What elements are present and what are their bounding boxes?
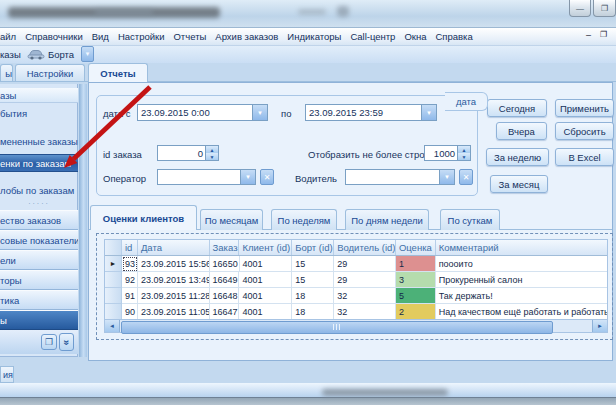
apply-button[interactable]: Применить	[555, 99, 614, 117]
window-restore-button[interactable]: ❐	[593, 0, 616, 17]
week-button[interactable]: За неделю	[486, 148, 549, 166]
menu-indicators[interactable]: Индикаторы	[287, 31, 341, 42]
tab-cut[interactable]: ы	[0, 64, 13, 81]
header-comment[interactable]: Комментарий	[436, 240, 607, 255]
nav-splitter-handle[interactable]: ·····	[0, 201, 78, 209]
cell-client: 4001	[240, 256, 293, 272]
cell-driver: 29	[334, 256, 396, 272]
window-minimize-button[interactable]: —	[569, 0, 591, 17]
nav-group-selected[interactable]: ы	[0, 310, 78, 330]
mdi-minimize-button[interactable]: –	[586, 30, 591, 40]
driver-dropdown-button[interactable]: ▼	[439, 170, 454, 184]
spin-up-icon[interactable]: ▲	[206, 146, 218, 153]
date-from-input[interactable]: 23.09.2015 0:00 ▼	[137, 104, 268, 121]
scroll-right-icon[interactable]: ►	[592, 320, 607, 332]
cell-client: 4001	[239, 288, 292, 304]
max-rows-input[interactable]: 1000 ▲ ▼	[424, 145, 471, 161]
vertical-splitter[interactable]	[79, 84, 87, 357]
header-date[interactable]: Дата	[138, 240, 210, 255]
scroll-left-icon[interactable]: ◄	[105, 320, 120, 332]
ratings-table: id Дата Заказ Клиент (id) Борт (id) Води…	[104, 239, 608, 320]
toolbar-boards-label[interactable]: Борта	[48, 49, 74, 60]
table-row[interactable]: 90 23.09.2015 11:05 16647 4001 18 32 2 Н…	[105, 304, 607, 320]
car-icon	[27, 49, 45, 60]
tab-reports[interactable]: Отчеты	[88, 63, 148, 82]
taskbar-edge	[0, 397, 616, 405]
mdi-restore-button[interactable]: ❐	[600, 30, 607, 39]
toolbar-dropdown-button[interactable]: ▼	[81, 46, 94, 62]
operator-dropdown-button[interactable]: ▼	[240, 170, 255, 184]
driver-combo[interactable]: ▼	[345, 169, 455, 185]
nav-group-statistics[interactable]: тика	[0, 290, 78, 310]
table-row[interactable]: 91 23.09.2015 11:28 16648 4001 18 32 5 Т…	[105, 288, 607, 304]
menu-order-archive[interactable]: Архив заказов	[215, 31, 278, 42]
header-rating[interactable]: Оценка	[396, 240, 436, 255]
cell-id: 93	[122, 256, 138, 272]
operator-combo[interactable]: ▼	[157, 169, 256, 185]
table-row[interactable]: ► 93 23.09.2015 15:56 16650 4001 15 29 1…	[105, 256, 607, 272]
row-selector	[105, 304, 122, 320]
header-client[interactable]: Клиент (id)	[239, 240, 292, 255]
date-group-tab[interactable]: дата	[445, 92, 488, 111]
header-id[interactable]: id	[122, 240, 138, 255]
table-row[interactable]: 92 23.09.2015 13:49 16649 4001 15 29 3 П…	[105, 272, 607, 288]
nav-layers-button[interactable]: ❐	[41, 334, 57, 350]
spin-down-icon[interactable]: ▼	[458, 153, 470, 160]
menu-reports[interactable]: Отчеты	[173, 31, 206, 42]
report-tab-by-weekday[interactable]: По дням недели	[345, 209, 429, 230]
excel-button[interactable]: В Excel	[555, 148, 614, 166]
date-from-dropdown-button[interactable]: ▼	[252, 105, 267, 120]
cell-date: 23.09.2015 11:28	[138, 288, 210, 304]
cell-order: 16647	[210, 304, 240, 320]
nav-group-hourly-indicators[interactable]: совые показатели	[0, 230, 78, 250]
chevron-down-icon: ▼	[85, 51, 91, 57]
report-tab-by-day[interactable]: По суткам	[440, 209, 500, 230]
report-tab-by-week[interactable]: По неделям	[271, 209, 337, 230]
cell-date: 23.09.2015 13:49	[138, 272, 210, 288]
nav-item-order-complaints[interactable]: лобы по заказам	[0, 183, 78, 197]
spin-up-icon[interactable]: ▲	[458, 146, 470, 153]
date-to-dropdown-button[interactable]: ▼	[421, 105, 436, 120]
header-board[interactable]: Борт (id)	[292, 240, 334, 255]
spin-down-icon[interactable]: ▼	[206, 153, 218, 160]
nav-expand-button[interactable]: »	[59, 333, 74, 351]
menu-help[interactable]: Справка	[435, 31, 472, 42]
menu-directories[interactable]: Справочники	[25, 31, 83, 42]
nav-group-operators[interactable]: торы	[0, 270, 78, 290]
driver-clear-button[interactable]: ✕	[459, 169, 473, 185]
chevron-down-icon: ▼	[444, 174, 450, 180]
nav-item-cancelled-orders[interactable]: мененные заказы	[0, 134, 78, 148]
tab-settings[interactable]: Настройки	[15, 64, 85, 81]
nav-group-drivers[interactable]: ели	[0, 250, 78, 270]
order-id-input[interactable]: 0 ▲ ▼	[157, 145, 219, 161]
report-tab-by-month[interactable]: По месяцам	[200, 209, 263, 230]
toolbar-orders-label[interactable]: казы	[0, 49, 21, 60]
operator-label: Оператор	[103, 173, 146, 184]
menu-call-center[interactable]: Call-центр	[350, 31, 395, 42]
nav-item-order-ratings-selected[interactable]: енки по заказам	[0, 154, 78, 172]
header-order[interactable]: Заказ	[210, 240, 240, 255]
title-app-icon	[337, 6, 349, 17]
menu-view[interactable]: Вид	[92, 31, 109, 42]
month-button[interactable]: За месяц	[490, 175, 548, 193]
reset-button[interactable]: Сбросить	[555, 122, 614, 140]
yesterday-button[interactable]: Вчера	[496, 122, 547, 140]
horizontal-scrollbar[interactable]: ◄ ►	[104, 319, 608, 333]
operator-clear-button[interactable]: ✕	[260, 169, 274, 185]
header-driver[interactable]: Водитель (id)	[334, 240, 396, 255]
report-tab-client-ratings[interactable]: Оценки клиентов	[90, 205, 197, 230]
menu-windows[interactable]: Окна	[404, 31, 426, 42]
today-button[interactable]: Сегодня	[487, 99, 547, 117]
max-rows-spinner[interactable]: ▲ ▼	[457, 146, 470, 160]
menu-file[interactable]: айл	[0, 31, 16, 42]
bottom-docked-tab[interactable]: ия	[0, 366, 14, 383]
cell-rating: 3	[396, 272, 436, 288]
date-to-label: по	[281, 108, 291, 119]
nav-group-order-quality[interactable]: ество заказов	[0, 210, 78, 230]
date-to-input[interactable]: 23.09.2015 23:59 ▼	[305, 104, 437, 121]
order-id-spinner[interactable]: ▲ ▼	[205, 146, 218, 160]
scrollbar-thumb[interactable]	[121, 321, 553, 334]
nav-item-events[interactable]: бытия	[0, 106, 78, 120]
menu-settings[interactable]: Настройки	[118, 31, 165, 42]
cell-board: 15	[292, 272, 334, 288]
